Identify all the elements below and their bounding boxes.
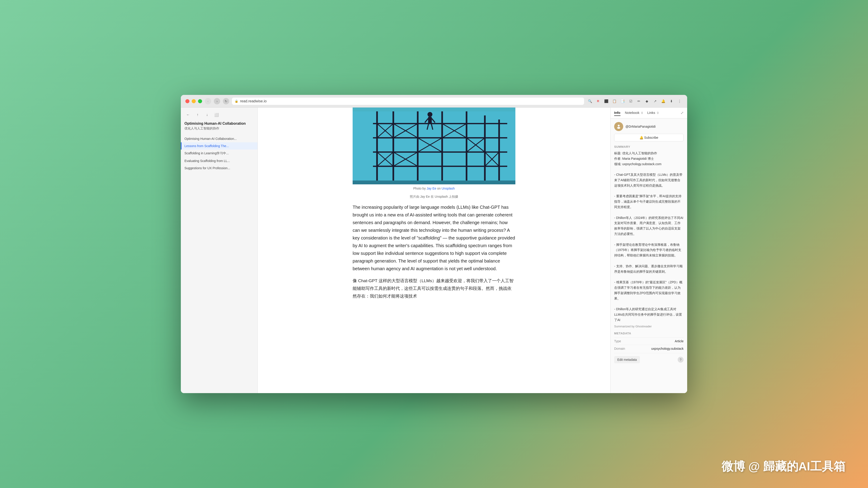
address-bar[interactable]: 🔒 read.readwise.io	[232, 98, 584, 105]
photo-platform-link[interactable]: Unsplash	[441, 187, 455, 190]
settings-btn[interactable]: ⋮	[676, 98, 683, 104]
extension-btn7[interactable]: ↗	[652, 98, 658, 104]
sidebar-title: Optimising Human-AI Collaboration 优化人与人工…	[181, 121, 257, 132]
right-panel: Info Notebook 0 Links 0 ⤢ @DrMariaPanagi…	[610, 107, 687, 393]
notification-btn[interactable]: 🔔	[660, 98, 666, 104]
traffic-lights	[185, 99, 202, 103]
sidebar-up-btn[interactable]: ↑	[194, 111, 201, 119]
lock-icon: 🔒	[235, 99, 238, 103]
metadata-key-type: Type	[614, 339, 621, 343]
author-avatar	[614, 122, 623, 131]
sidebar-nav-item-0[interactable]: Optimising Human-AI Collaboration...	[181, 135, 257, 142]
sidebar-down-btn[interactable]: ↓	[204, 111, 211, 119]
right-panel-content[interactable]: @DrMariaPanagiotidi 🔔 Subscribe SUMMARY …	[611, 119, 687, 393]
extension-btn3[interactable]: 📑	[619, 98, 626, 104]
sidebar-top-icons: ← ↑ ↓ ⬜	[181, 111, 257, 121]
svg-point-28	[428, 112, 432, 117]
article-image	[352, 107, 515, 184]
sidebar-nav-item-4[interactable]: Suggestions for UX Profession...	[181, 164, 257, 172]
sidebar-nav: Optimising Human-AI Collaboration... Les…	[181, 135, 257, 172]
expand-panel-icon[interactable]: ⤢	[681, 111, 684, 115]
article-container: Photo by Jay Ee on Unsplash 照片由 Jay Ee 在…	[344, 107, 524, 302]
metadata-key-domain: Domain	[614, 347, 625, 350]
summarized-by: Summarized by Ghostreader	[614, 325, 684, 328]
weibo-icon: 微博	[721, 460, 745, 473]
close-button[interactable]	[185, 99, 189, 103]
photo-author-link[interactable]: Jay Ee	[427, 187, 436, 190]
maximize-button[interactable]	[198, 99, 202, 103]
article-paragraph-english: The increasing popularity of large langu…	[352, 203, 515, 272]
forward-button[interactable]: ›	[214, 98, 220, 104]
tab-links[interactable]: Links 0	[647, 110, 659, 116]
extension-btn5[interactable]: ✏	[636, 98, 642, 104]
article-paragraph-chinese: 像 Chat-GPT 这样的大型语言模型（LLMs）越来越受欢迎，将我们带入了一…	[352, 277, 515, 300]
summary-content: 标题: 优化人与人工智能的协作 作者: Maria Panagiotidi 博士…	[614, 151, 684, 323]
minimize-button[interactable]	[192, 99, 196, 103]
metadata-section: METADATA Type Article Domain uxpsycholog…	[614, 332, 684, 363]
summary-section-label: SUMMARY	[614, 145, 684, 149]
help-button[interactable]: ?	[678, 357, 684, 363]
right-panel-tabs: Info Notebook 0 Links 0 ⤢	[611, 107, 687, 119]
browser-body: ← ↑ ↓ ⬜ Optimising Human-AI Collaboratio…	[181, 107, 687, 393]
extension-btn1[interactable]: ⬛	[603, 98, 610, 104]
browser-window: ‹ › ↻ 🔒 read.readwise.io 🔍 R ⬛ 📋 📑 ☑ ✏ ◆…	[181, 95, 687, 393]
toolbar-icons: 🔍 R ⬛ 📋 📑 ☑ ✏ ◆ ↗ 🔔 ⬇ ⋮	[587, 98, 683, 104]
url-display: read.readwise.io	[240, 99, 267, 103]
back-button[interactable]: ‹	[205, 98, 211, 104]
metadata-row-domain: Domain uxpsychology.substack	[614, 345, 684, 352]
svg-rect-29	[428, 117, 432, 124]
tab-notebook[interactable]: Notebook 0	[625, 110, 643, 116]
author-handle: @DrMariaPanagiotidi	[625, 125, 655, 128]
svg-point-35	[617, 127, 620, 129]
scaffolding-illustration	[352, 107, 515, 184]
download-btn[interactable]: ⬇	[668, 98, 675, 104]
sidebar-nav-item-3[interactable]: Evaluating Scaffolding from LL...	[181, 157, 257, 164]
main-content[interactable]: Photo by Jay Ee on Unsplash 照片由 Jay Ee 在…	[258, 107, 610, 393]
sidebar: ← ↑ ↓ ⬜ Optimising Human-AI Collaboratio…	[181, 107, 258, 393]
search-icon-btn[interactable]: 🔍	[587, 98, 593, 104]
extension-btn2[interactable]: 📋	[611, 98, 618, 104]
sidebar-nav-item-1[interactable]: Lessons from Scaffolding The...	[181, 142, 257, 150]
svg-point-34	[618, 125, 620, 127]
edit-metadata-row: Edit metadata ?	[614, 353, 684, 363]
sidebar-expand-btn[interactable]: ⬜	[213, 111, 220, 119]
tab-info[interactable]: Info	[614, 110, 620, 116]
extension-btn6[interactable]: ◆	[644, 98, 650, 104]
watermark-text: @ 歸藏的AI工具箱	[748, 460, 845, 473]
title-bar: ‹ › ↻ 🔒 read.readwise.io 🔍 R ⬛ 📋 📑 ☑ ✏ ◆…	[181, 95, 687, 107]
edit-metadata-button[interactable]: Edit metadata	[614, 356, 640, 363]
metadata-section-label: METADATA	[614, 332, 684, 335]
metadata-value-type: Article	[675, 339, 684, 343]
sidebar-title-sub: 优化人与人工智能的协作	[184, 127, 254, 131]
metadata-value-domain: uxpsychology.substack	[651, 347, 684, 350]
avatar-icon	[616, 124, 621, 129]
watermark: 微博 @ 歸藏的AI工具箱	[721, 459, 845, 475]
sidebar-title-main: Optimising Human-AI Collaboration	[184, 121, 254, 126]
photo-credit-chinese: 照片由 Jay Ee 在 Unsplash 上拍摄	[352, 195, 515, 199]
subscribe-button[interactable]: 🔔 Subscribe	[614, 134, 684, 141]
author-row: @DrMariaPanagiotidi	[614, 122, 684, 131]
readwise-btn[interactable]: R	[595, 98, 601, 104]
sidebar-back-btn[interactable]: ←	[184, 111, 192, 119]
sidebar-nav-item-2[interactable]: Scaffolding in Learning学习中...	[181, 150, 257, 157]
reload-button[interactable]: ↻	[223, 98, 229, 104]
photo-credit: Photo by Jay Ee on Unsplash	[352, 187, 515, 190]
metadata-row-type: Type Article	[614, 337, 684, 345]
extension-btn4[interactable]: ☑	[627, 98, 634, 104]
